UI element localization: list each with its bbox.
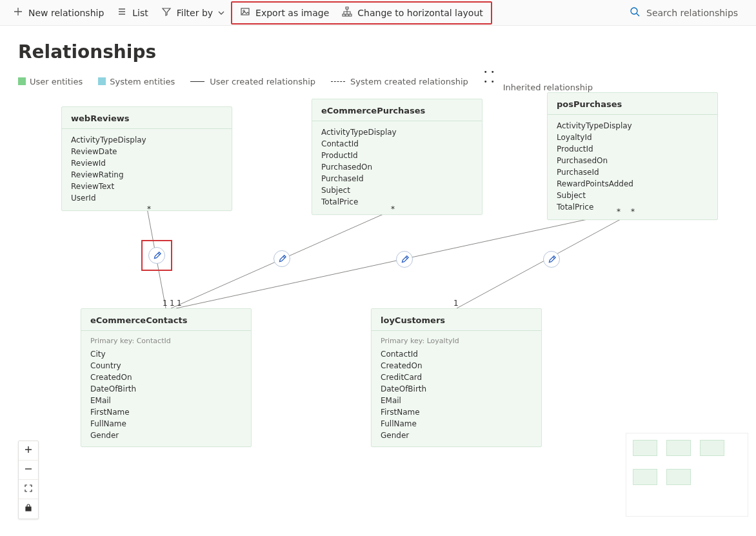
legend: User entities System entities User creat… [18,70,756,92]
cardinality-one: 1 [170,299,175,308]
export-as-image-button[interactable]: Export as image [234,3,335,23]
entity-fields: ActivityTypeDisplay ContactId ProductId … [312,121,482,214]
toolbar: New relationship List Filter by Export a… [0,0,756,26]
minimap-node [666,440,691,456]
svg-rect-4 [346,14,348,16]
list-button[interactable]: List [110,3,154,23]
edit-relationship-button[interactable] [543,251,560,268]
cardinality-many: * [631,207,635,216]
image-icon [240,6,250,19]
edit-relationship-button[interactable] [274,250,290,267]
filter-icon [161,6,172,19]
lock-button[interactable] [19,499,38,519]
legend-inherited-relationship: Inherited relationship [484,70,593,92]
plus-icon [13,6,23,19]
filter-by-button[interactable]: Filter by [155,3,231,23]
legend-system-relationship: System created relationship [331,77,468,86]
search-relationships[interactable] [624,3,750,23]
cardinality-many: * [147,204,151,213]
search-input[interactable] [645,7,742,19]
legend-user-entities: User entities [18,77,83,86]
entity-title: eCommercePurchases [312,99,482,121]
export-as-image-label: Export as image [255,8,329,18]
entity-fields: Primary key: LoyaltyId ContactId Created… [372,331,541,439]
svg-rect-3 [343,14,345,16]
minus-icon [24,464,33,476]
entity-title: webReviews [62,107,232,129]
chevron-down-icon [218,8,224,18]
plus-icon [24,445,33,457]
entity-pospurchases[interactable]: posPurchases ActivityTypeDisplay Loyalty… [547,92,718,220]
svg-rect-5 [349,14,352,16]
legend-system-entities: System entities [98,77,175,86]
entity-title: posPurchases [548,93,717,115]
hierarchy-icon [342,6,352,19]
entity-fields: ActivityTypeDisplay ReviewDate ReviewId … [62,129,232,210]
entity-loycustomers[interactable]: loyCustomers Primary key: LoyaltyId Cont… [371,308,542,447]
cardinality-many: * [391,204,395,213]
fit-to-screen-button[interactable] [19,480,38,499]
list-icon [117,6,127,19]
legend-user-relationship: User created relationship [190,77,315,86]
minimap[interactable] [626,433,748,517]
entity-ecommercepurchases[interactable]: eCommercePurchases ActivityTypeDisplay C… [312,99,482,215]
entity-title: loyCustomers [372,309,541,331]
lock-icon [24,503,33,515]
search-icon [630,6,640,19]
minimap-node [700,440,724,456]
cardinality-one: 1 [163,299,168,308]
change-layout-button[interactable]: Change to horizontal layout [335,3,490,23]
svg-point-6 [631,8,637,14]
cardinality-one: 1 [453,299,459,308]
entity-title: eCommerceContacts [81,309,251,331]
new-relationship-button[interactable]: New relationship [6,3,110,23]
entity-ecommercecontacts[interactable]: eCommerceContacts Primary key: ContactId… [81,308,252,447]
diagram-canvas[interactable]: * * * * 1 1 1 1 webReviews ActivityTypeD… [0,92,756,524]
minimap-node [666,469,691,485]
edit-relationship-button[interactable] [396,251,413,268]
zoom-in-button[interactable] [19,441,38,461]
entity-webreviews[interactable]: webReviews ActivityTypeDisplay ReviewDat… [61,106,232,211]
change-layout-label: Change to horizontal layout [357,8,483,18]
list-label: List [132,8,148,18]
zoom-out-button[interactable] [19,461,38,480]
page-title: Relationships [18,41,756,63]
expand-icon [24,484,33,495]
filter-by-label: Filter by [177,8,213,18]
svg-rect-2 [346,7,348,9]
cardinality-one: 1 [177,299,182,308]
minimap-node [633,440,657,456]
highlighted-toolbar-group: Export as image Change to horizontal lay… [231,1,492,25]
zoom-controls [18,441,39,519]
svg-rect-11 [26,507,31,511]
entity-fields: ActivityTypeDisplay LoyaltyId ProductId … [548,115,717,219]
new-relationship-label: New relationship [28,8,104,18]
edit-relationship-button[interactable] [148,247,165,264]
minimap-node [633,469,657,485]
cardinality-many: * [617,207,621,216]
entity-fields: Primary key: ContactId City Country Crea… [81,331,251,439]
